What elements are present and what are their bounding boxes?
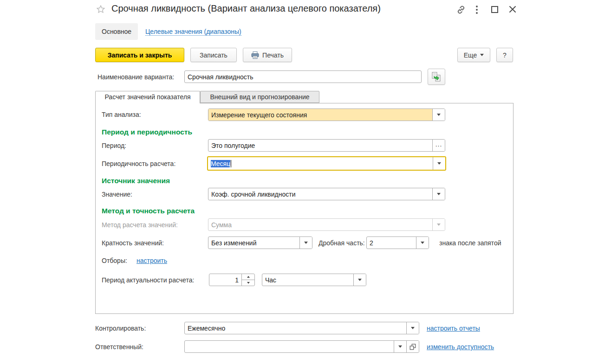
- tab-appearance-forecast[interactable]: Внешний вид и прогнозирование: [200, 91, 319, 103]
- ellipsis-label: ...: [436, 140, 442, 148]
- variant-name-label: Наименование варианта:: [98, 73, 174, 81]
- control-dropdown-button[interactable]: [406, 322, 419, 334]
- section-source-header: Источник значения: [102, 177, 170, 185]
- calc-method-dropdown-button: [432, 219, 445, 230]
- analysis-type-value: Измерение текущего состояния: [208, 109, 432, 121]
- actuality-spinner[interactable]: [241, 274, 254, 286]
- analysis-type-dropdown-button[interactable]: [432, 109, 445, 121]
- fraction-select[interactable]: 2: [366, 236, 429, 249]
- maximize-icon[interactable]: [491, 6, 498, 13]
- chevron-down-icon: [437, 224, 441, 226]
- save-and-close-label: Записать и закрыть: [108, 51, 172, 59]
- more-label: Еще: [464, 51, 477, 59]
- chevron-down-icon: [411, 327, 415, 329]
- value-source-value: Коэф. срочной ликвидности: [208, 188, 432, 200]
- section-method-header: Метод и точность расчета: [102, 207, 195, 215]
- more-button[interactable]: Еще: [457, 48, 490, 62]
- chevron-down-icon: [437, 162, 441, 165]
- chevron-down-icon: [480, 54, 484, 56]
- fraction-suffix: знака после запятой: [439, 239, 501, 247]
- control-select[interactable]: Ежемесячно: [184, 322, 419, 334]
- printer-icon: [251, 51, 259, 59]
- chevron-down-icon: [437, 114, 441, 116]
- responsible-select[interactable]: [184, 340, 419, 353]
- calc-method-select: Сумма: [208, 218, 445, 231]
- filters-label: Отборы:: [102, 257, 127, 264]
- responsible-dropdown-button[interactable]: [394, 341, 406, 352]
- nav-link-target-values[interactable]: Целевые значения (диапазоны): [145, 28, 241, 36]
- multiplicity-value: Без изменений: [208, 237, 299, 249]
- value-source-dropdown-button[interactable]: [432, 188, 445, 200]
- calc-method-value: Сумма: [208, 219, 432, 230]
- actuality-number-value: 1: [209, 274, 241, 286]
- actuality-number-input[interactable]: 1: [209, 274, 255, 286]
- value-source-label: Значение:: [102, 191, 132, 198]
- variant-analysis-window: Срочная ликвидность (Вариант анализа цел…: [0, 0, 598, 364]
- fill-name-button[interactable]: [428, 69, 445, 85]
- calc-method-label: Метод расчета значений:: [102, 221, 178, 229]
- control-value: Ежемесячно: [185, 322, 406, 334]
- responsible-open-button[interactable]: [406, 341, 419, 352]
- period-field[interactable]: Это полугодие ...: [208, 139, 445, 152]
- value-source-select[interactable]: Коэф. срочной ликвидности: [208, 188, 445, 200]
- multiplicity-select[interactable]: Без изменений: [208, 236, 312, 249]
- chevron-down-icon: [421, 242, 424, 244]
- responsible-value: [185, 341, 394, 352]
- control-label: Контролировать:: [95, 325, 146, 332]
- period-label: Период:: [102, 142, 126, 149]
- multiplicity-dropdown-button[interactable]: [299, 237, 312, 249]
- calc-values-panel: Тип анализа: Измерение текущего состояни…: [95, 103, 514, 314]
- analysis-type-label: Тип анализа:: [102, 111, 141, 118]
- configure-reports-link[interactable]: настроить отчеты: [427, 325, 480, 332]
- actuality-unit-dropdown-button[interactable]: [353, 274, 366, 286]
- spinner-down-icon[interactable]: [242, 280, 254, 286]
- chevron-down-icon: [358, 279, 362, 281]
- period-ellipsis-button[interactable]: ...: [432, 140, 445, 151]
- spinner-up-icon[interactable]: [242, 274, 254, 280]
- periodicity-value-wrap: Месяц: [208, 157, 433, 170]
- save-label: Записать: [200, 51, 228, 59]
- section-period-header: Период и периодичность: [102, 128, 192, 136]
- change-access-link[interactable]: изменить доступность: [427, 343, 494, 351]
- more-menu-icon[interactable]: [476, 6, 478, 14]
- period-value: Это полугодие: [208, 140, 432, 151]
- responsible-label: Ответственный:: [95, 343, 143, 351]
- copy-link-icon[interactable]: [455, 4, 467, 16]
- chevron-down-icon: [437, 193, 441, 195]
- periodicity-select[interactable]: Месяц: [207, 156, 446, 171]
- page-title: Срочная ликвидность (Вариант анализа цел…: [111, 3, 381, 14]
- actuality-label: Период актуальности расчета:: [102, 276, 194, 284]
- tab-calc-values[interactable]: Расчет значений показателя: [95, 91, 200, 103]
- help-button[interactable]: ?: [496, 48, 513, 62]
- help-label: ?: [503, 51, 507, 59]
- fraction-label: Дробная часть:: [318, 239, 365, 247]
- fill-document-icon: [431, 71, 442, 83]
- fraction-dropdown-button[interactable]: [416, 237, 429, 249]
- analysis-type-select[interactable]: Измерение текущего состояния: [208, 109, 445, 121]
- actuality-unit-select[interactable]: Час: [262, 274, 366, 286]
- periodicity-label: Периодичность расчета:: [102, 160, 176, 167]
- print-label: Печать: [262, 51, 284, 59]
- filters-configure-link[interactable]: настроить: [136, 257, 167, 264]
- chevron-down-icon: [304, 242, 308, 244]
- fraction-value: 2: [367, 237, 416, 249]
- close-icon[interactable]: [508, 5, 517, 14]
- open-form-icon: [409, 343, 416, 351]
- periodicity-dropdown-button[interactable]: [433, 157, 445, 170]
- variant-name-input[interactable]: Срочная ликвидность: [184, 70, 422, 83]
- favorite-star-icon[interactable]: [96, 4, 106, 14]
- actuality-unit-value: Час: [262, 274, 353, 286]
- periodicity-value: Месяц: [211, 160, 230, 167]
- chevron-down-icon: [398, 345, 402, 348]
- multiplicity-label: Кратность значений:: [102, 239, 164, 247]
- variant-name-value: Срочная ликвидность: [185, 71, 421, 83]
- nav-tab-main[interactable]: Основное: [95, 23, 138, 40]
- print-button[interactable]: Печать: [243, 48, 292, 62]
- save-and-close-button[interactable]: Записать и закрыть: [95, 48, 184, 62]
- text-cursor: [231, 160, 231, 167]
- save-button[interactable]: Записать: [190, 48, 237, 62]
